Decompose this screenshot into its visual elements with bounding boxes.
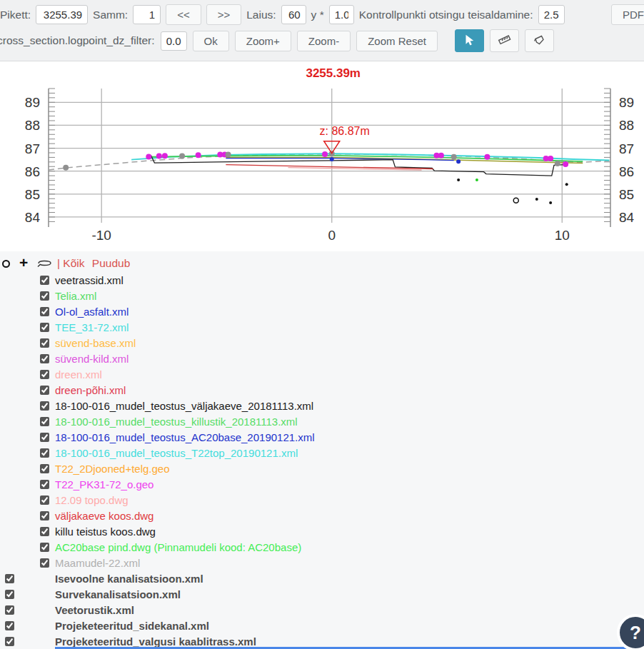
measure-tool-button[interactable] [490, 29, 519, 52]
pikett-input[interactable] [36, 5, 88, 24]
layer-row: Telia.xml [0, 288, 644, 304]
layer-checkbox[interactable] [5, 637, 14, 646]
layer-label: süvend-kild.xml [55, 353, 129, 365]
layer-row: dreen.xml [0, 367, 644, 383]
laius-input[interactable] [281, 5, 306, 24]
plus-tool-icon[interactable]: + [19, 254, 28, 271]
svg-text:86: 86 [619, 164, 634, 179]
polygon-area-icon [532, 33, 546, 49]
marker-small-black-points [549, 201, 552, 204]
layer-row: dreen-põhi.xml [0, 383, 644, 398]
svg-text:85: 85 [25, 187, 40, 202]
polygon-tool-button[interactable] [525, 29, 554, 52]
layer-checkbox[interactable] [40, 495, 49, 505]
layer-label: Telia.xml [55, 290, 96, 302]
pdf-button[interactable]: PDF [611, 4, 644, 25]
layer-label: Survekanalisatsioon.xml [55, 588, 181, 600]
layer-list: veetrassid.xmlTelia.xmlOl-ol_asfalt.xmlT… [0, 273, 644, 649]
layer-checkbox[interactable] [40, 386, 49, 395]
svg-text:86: 86 [25, 164, 40, 179]
dz-filter-input[interactable] [161, 31, 187, 51]
layer-row: killu teistus koos.dwg [0, 524, 644, 540]
layer-label: 12.09 topo.dwg [55, 494, 129, 506]
layer-checkbox[interactable] [40, 338, 49, 348]
marker-open-circle-point [513, 198, 518, 203]
layer-checkbox[interactable] [5, 590, 14, 599]
layers-header: + | Kõik Puudub [0, 256, 644, 273]
select-none-link[interactable]: Puudub [92, 257, 130, 269]
layer-checkbox[interactable] [5, 621, 14, 630]
layer-checkbox[interactable] [40, 480, 49, 489]
layer-row: süvend-kild.xml [0, 351, 644, 367]
marker-gray-points [226, 152, 231, 158]
prev-button[interactable]: << [166, 4, 201, 25]
samm-input[interactable] [133, 5, 161, 24]
zoom-in-button[interactable]: Zoom+ [235, 31, 291, 51]
zoom-reset-button[interactable]: Zoom Reset [356, 31, 438, 51]
svg-text:87: 87 [619, 141, 634, 156]
layer-checkbox[interactable] [40, 354, 49, 363]
next-button[interactable]: >> [206, 4, 242, 25]
ok-button[interactable]: Ok [193, 31, 229, 51]
layer-label: Projeketeeritud_sidekanal.xml [55, 620, 209, 632]
layer-checkbox[interactable] [40, 558, 49, 568]
pikett-label: Pikett: [0, 9, 31, 21]
layer-row: 18-100-016_mudel_teostus_AC20base_201901… [0, 430, 644, 446]
layer-label: dreen.xml [55, 368, 102, 381]
select-all-link[interactable]: Kõik [63, 257, 84, 269]
layer-label: Maamudel-22.xml [55, 557, 140, 569]
marker-small-black-points [565, 183, 568, 186]
layer-checkbox[interactable] [40, 433, 49, 442]
layer-label: 18-100-016_mudel_teostus_AC20base_201901… [55, 431, 315, 443]
layer-checkbox[interactable] [40, 511, 49, 520]
layer-checkbox[interactable] [40, 307, 49, 316]
layer-checkbox[interactable] [40, 401, 49, 411]
layer-checkbox[interactable] [40, 291, 49, 301]
laius-label: Laius: [246, 9, 276, 21]
select-tool-button[interactable] [455, 29, 484, 52]
layer-checkbox[interactable] [40, 527, 49, 536]
layer-row: Maamudel-22.xml [0, 555, 644, 571]
kontrollpunkti-input[interactable] [538, 5, 565, 24]
layer-label: TEE_31-72.xml [55, 321, 129, 333]
marker-small-green-point [476, 178, 478, 181]
zoom-out-button[interactable]: Zoom- [297, 31, 351, 51]
cursor-arrow-icon [463, 34, 476, 49]
chart-title: 3255.39m [306, 66, 361, 80]
layer-checkbox[interactable] [40, 276, 49, 285]
circle-tool-icon[interactable] [2, 260, 10, 268]
toolbar-row-1: Pikett: Samm: << >> Laius: y * Kontrollp… [0, 4, 565, 25]
layer-checkbox[interactable] [40, 370, 49, 379]
svg-text:88: 88 [25, 118, 40, 133]
layer-checkbox[interactable] [40, 464, 49, 473]
layer-label: Veetorustik.xml [55, 604, 134, 616]
marker-magenta-points [563, 161, 568, 167]
layer-row: T22_PK31-72_o.geo [0, 477, 644, 493]
layer-label: T22_PK31-72_o.geo [55, 478, 154, 490]
marker-small-black-points [535, 198, 538, 201]
layer-row: väljakaeve koos.dwg [0, 508, 644, 524]
layer-label: dreen-põhi.xml [55, 384, 126, 396]
layer-label: Ol-ol_asfalt.xml [55, 306, 129, 318]
layer-checkbox[interactable] [40, 417, 49, 426]
question-mark-icon: ? [630, 622, 641, 644]
layer-row: süvend-base.xml [0, 336, 644, 351]
layer-row: Projeketeeritud_sidekanal.xml [0, 618, 644, 634]
layer-checkbox[interactable] [5, 574, 14, 583]
marker-magenta-points [146, 154, 151, 159]
layer-checkbox[interactable] [40, 323, 49, 332]
layer-label: Isevoolne kanalisatsioon.xml [55, 573, 203, 585]
series-t22top-cyan [131, 154, 609, 160]
layer-row: 12.09 topo.dwg [0, 493, 644, 508]
layer-checkbox[interactable] [40, 448, 49, 458]
layer-filter-links: | Kõik Puudub [57, 257, 134, 270]
lasso-tool-icon[interactable] [36, 258, 54, 271]
svg-text:0: 0 [328, 228, 336, 243]
layer-checkbox[interactable] [40, 543, 49, 552]
y-scale-input[interactable] [329, 5, 354, 24]
cross-section-chart[interactable]: 848485858686878788888989-10010z: 86.87m3… [0, 61, 644, 251]
layer-checkbox[interactable] [5, 605, 14, 615]
svg-text:89: 89 [619, 95, 634, 110]
marker-gray-points [179, 153, 185, 159]
marker-magenta-points [196, 152, 201, 158]
